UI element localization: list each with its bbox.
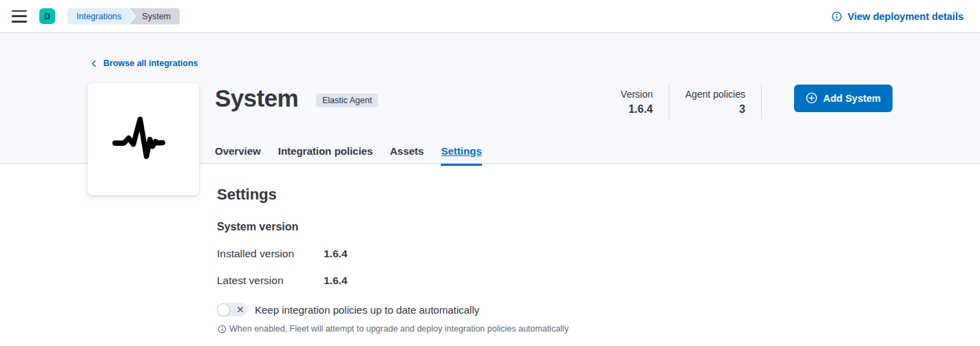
browse-all-integrations-label: Browse all integrations [103,58,198,68]
cross-icon [237,306,244,313]
version-stat-value: 1.6.4 [621,103,653,116]
agent-policies-stat-value: 3 [685,103,745,116]
tab-integration-policies[interactable]: Integration policies [278,145,373,166]
add-system-button-label: Add System [823,93,881,104]
top-navigation-bar: D Integrations System View deployment de… [0,0,980,33]
settings-heading: Settings [217,186,980,204]
system-version-subheading: System version [217,221,980,233]
chevron-left-icon [90,59,98,68]
space-avatar[interactable]: D [39,8,55,24]
add-system-button[interactable]: Add System [794,85,893,112]
tab-settings[interactable]: Settings [441,145,481,166]
toggle-help-text-row: When enabled, Fleet will attempt to upgr… [218,324,980,334]
breadcrumb-system: System [129,8,180,25]
system-pulse-icon [110,105,177,173]
agent-policies-stat-label: Agent policies [685,89,745,100]
vertical-divider [669,83,669,119]
integration-tabs: Overview Integration policies Assets Set… [215,145,621,166]
version-stat-label: Version [621,89,653,100]
plus-circle-icon [806,92,817,104]
info-circle-icon [218,324,227,334]
tab-assets[interactable]: Assets [390,145,424,166]
latest-version-value: 1.6.4 [324,274,347,287]
view-deployment-details-label: View deployment details [848,11,963,22]
toggle-help-text: When enabled, Fleet will attempt to upgr… [229,324,569,334]
elastic-agent-badge: Elastic Agent [316,94,378,107]
menu-icon[interactable] [12,10,27,23]
browse-all-integrations-link[interactable]: Browse all integrations [90,58,198,69]
keep-policies-toggle-label[interactable]: Keep integration policies up to date aut… [255,304,479,316]
latest-version-label: Latest version [217,274,324,287]
installed-version-label: Installed version [217,248,324,260]
page-title: System [215,85,298,112]
toggle-knob [217,303,230,316]
installed-version-row: Installed version 1.6.4 [217,248,980,260]
breadcrumb: Integrations System [67,8,180,25]
info-circle-icon [831,11,842,22]
installed-version-value: 1.6.4 [324,248,347,260]
keep-policies-up-to-date-toggle[interactable] [217,303,248,316]
vertical-divider [761,83,762,119]
tab-overview[interactable]: Overview [215,145,261,166]
integration-header: Browse all integrations System Elastic A… [0,33,980,164]
view-deployment-details-link[interactable]: View deployment details [831,11,963,22]
latest-version-row: Latest version 1.6.4 [217,274,980,287]
version-stat: Version 1.6.4 [621,83,653,116]
integration-logo-card [87,83,199,195]
agent-policies-stat: Agent policies 3 [685,83,745,116]
breadcrumb-integrations[interactable]: Integrations [67,8,134,25]
